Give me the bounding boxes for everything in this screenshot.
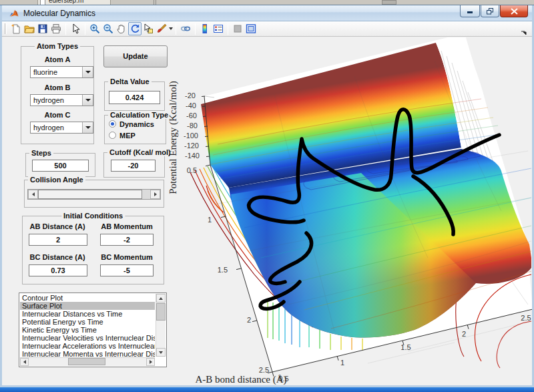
arrow-right-icon xyxy=(150,360,152,364)
print-figure-icon[interactable] xyxy=(49,22,63,35)
atom-c-value: hydrogen xyxy=(33,124,64,132)
list-item-selected[interactable]: Surface Plot xyxy=(20,302,155,310)
horizontal-scroll-thumb[interactable] xyxy=(68,358,105,365)
chevron-down-icon xyxy=(85,126,91,129)
scroll-right-button[interactable] xyxy=(146,358,155,366)
brush-dropdown-caret[interactable] xyxy=(169,27,173,30)
pan-icon[interactable] xyxy=(115,22,128,35)
background-divider xyxy=(154,0,154,5)
y-tick: 1.5 xyxy=(218,266,228,274)
steps-field[interactable]: 500 xyxy=(32,160,89,172)
list-item[interactable]: Internuclear Velocities vs Internuclear … xyxy=(20,334,155,342)
horizontal-scrollbar[interactable] xyxy=(20,357,155,366)
new-figure-icon[interactable] xyxy=(9,22,23,35)
scroll-up-button[interactable] xyxy=(156,294,166,303)
insert-legend-icon[interactable] xyxy=(212,22,225,35)
background-editor-tab[interactable]: eulerstep.m xyxy=(37,0,111,5)
atom-b-label: Atom B xyxy=(22,83,93,91)
x-axis-label: A-B bond distance (Å) xyxy=(195,374,286,385)
list-item[interactable]: Contour Plot xyxy=(20,294,155,302)
toolbar-grip xyxy=(5,23,7,34)
figure-client-area: Atom Types Atom A fluorine Atom B hydrog… xyxy=(2,37,532,385)
arrow-up-icon xyxy=(159,297,163,300)
vertical-scrollbar[interactable] xyxy=(156,294,166,357)
x-tick: 2 xyxy=(462,330,466,338)
radio-dynamics-label[interactable]: Dynamics xyxy=(119,120,154,128)
list-item[interactable]: Internuclear Distances vs Time xyxy=(20,310,155,318)
z-tick: -100 xyxy=(184,132,198,140)
delta-value-field[interactable]: 0.424 xyxy=(109,91,160,104)
edit-plot-icon[interactable] xyxy=(69,22,82,35)
toolbar-separator xyxy=(85,23,85,35)
restore-button[interactable] xyxy=(481,5,499,17)
dropdown-button[interactable] xyxy=(82,67,93,77)
insert-colorbar-icon[interactable] xyxy=(198,22,212,35)
radio-dynamics[interactable] xyxy=(109,120,116,128)
scroll-down-button[interactable] xyxy=(156,348,166,357)
slider-thumb[interactable] xyxy=(38,190,142,199)
z-tick: -120 xyxy=(184,142,199,150)
slider-right-arrow[interactable] xyxy=(150,190,160,199)
collision-angle-slider[interactable] xyxy=(27,189,161,200)
y-tick: 2.5 xyxy=(259,366,269,374)
bc-momentum-field[interactable]: -5 xyxy=(100,264,154,276)
bc-distance-label: BC Distance (A) xyxy=(25,253,90,261)
hide-plot-tools-icon[interactable] xyxy=(231,22,244,35)
arrow-right-icon xyxy=(154,192,157,196)
dropdown-button[interactable] xyxy=(82,122,93,133)
atom-types-title: Atom Types xyxy=(35,42,80,50)
x-tick: 2.5 xyxy=(521,314,531,322)
ab-distance-field[interactable]: 2 xyxy=(29,234,87,246)
y-tick: 1 xyxy=(208,216,212,224)
link-plot-icon[interactable] xyxy=(179,22,192,35)
plot-type-listbox[interactable]: Contour Plot Surface Plot Internuclear D… xyxy=(19,292,167,367)
radio-mep[interactable] xyxy=(109,132,116,139)
z-tick: -60 xyxy=(186,112,197,120)
atom-b-select[interactable]: hydrogen xyxy=(30,94,93,106)
cutoff-field[interactable]: -20 xyxy=(111,160,156,172)
toolbar-overflow-arrow[interactable] xyxy=(521,26,527,31)
update-button[interactable]: Update xyxy=(103,45,168,67)
dropdown-button[interactable] xyxy=(82,95,93,106)
close-button[interactable] xyxy=(500,5,528,17)
show-plot-tools-dock-icon[interactable] xyxy=(244,22,258,35)
calculation-type-group: Calculation Type xyxy=(104,115,166,144)
minimize-button[interactable] xyxy=(460,5,480,17)
toolbar-separator xyxy=(195,23,196,35)
background-fragment xyxy=(382,0,396,5)
arrow-left-icon xyxy=(23,360,26,364)
atom-c-label: Atom C xyxy=(22,111,93,119)
brush-data-icon[interactable] xyxy=(155,22,168,35)
arrow-down-icon xyxy=(159,351,163,354)
list-item[interactable]: Potential Energy vs Time xyxy=(20,318,155,326)
scroll-left-button[interactable] xyxy=(20,358,29,366)
atom-c-select[interactable]: hydrogen xyxy=(30,122,93,134)
bc-distance-field[interactable]: 0.73 xyxy=(29,264,87,276)
chevron-down-icon xyxy=(85,99,91,102)
list-item[interactable]: Internuclear Accelerations vs Internucle… xyxy=(20,342,155,350)
list-item[interactable]: Kinetic Energy vs Time xyxy=(20,326,155,334)
chevron-down-icon xyxy=(85,71,91,73)
z-tick: -140 xyxy=(185,152,200,160)
figure-toolbar xyxy=(2,21,532,37)
rotate-3d-icon[interactable] xyxy=(128,22,142,35)
data-cursor-icon[interactable] xyxy=(142,22,155,35)
atom-b-value: hydrogen xyxy=(33,96,64,104)
radio-mep-label[interactable]: MEP xyxy=(119,132,136,140)
save-figure-icon[interactable] xyxy=(36,22,49,35)
open-file-icon[interactable] xyxy=(23,22,36,35)
zoom-out-icon[interactable] xyxy=(101,22,115,35)
atom-a-select[interactable]: fluorine xyxy=(30,66,93,78)
slider-left-arrow[interactable] xyxy=(28,190,38,199)
plot-canvas[interactable]: -20 -40 -60 -80 -100 -120 -140 0.5 1 1.5… xyxy=(168,37,532,385)
surface-plot: -20 -40 -60 -80 -100 -120 -140 0.5 1 1.5… xyxy=(168,37,532,385)
ab-distance-label: AB Distance (A) xyxy=(25,222,90,230)
file-icon xyxy=(40,0,45,5)
zoom-in-icon[interactable] xyxy=(88,22,101,35)
y-axis-label: Potential Energy (Kcal/mol) xyxy=(168,81,179,194)
titlebar[interactable]: Molecular Dynamics xyxy=(2,5,532,21)
vertical-scroll-thumb[interactable] xyxy=(156,303,166,321)
delta-value-title: Delta Value xyxy=(108,77,152,85)
ab-momentum-field[interactable]: -2 xyxy=(100,234,154,246)
z-tick: -40 xyxy=(186,102,196,110)
